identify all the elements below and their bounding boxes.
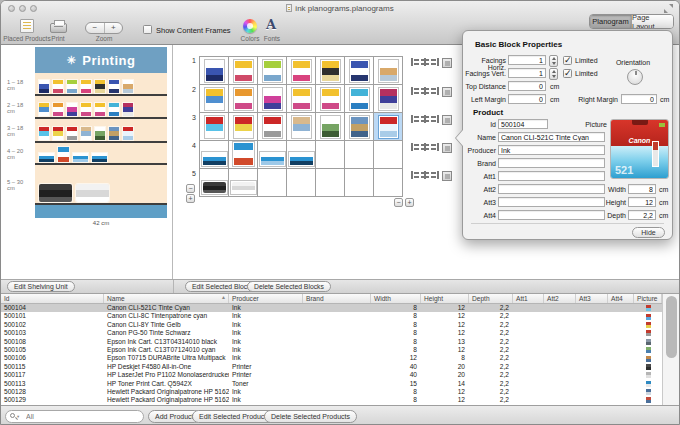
product-block[interactable] bbox=[349, 87, 370, 111]
edit-shelving-unit-button[interactable]: Edit Shelving Unit bbox=[7, 281, 75, 292]
product-block[interactable] bbox=[204, 115, 225, 139]
block-cell[interactable] bbox=[316, 141, 345, 169]
block-cell[interactable] bbox=[374, 85, 403, 113]
align-right-icon[interactable] bbox=[431, 171, 439, 179]
block-cell[interactable] bbox=[229, 169, 258, 197]
align-right-icon[interactable] bbox=[431, 143, 439, 151]
product-block[interactable] bbox=[378, 59, 399, 83]
block-cell[interactable] bbox=[200, 85, 229, 113]
product-block[interactable] bbox=[233, 115, 254, 139]
block-cell[interactable] bbox=[229, 113, 258, 141]
table-row[interactable]: 500108Epson Ink Cart. C13T04314010 black… bbox=[1, 338, 662, 346]
fonts-icon[interactable]: A bbox=[266, 17, 276, 32]
block-cell[interactable] bbox=[200, 57, 229, 85]
block-cell[interactable] bbox=[258, 141, 287, 169]
product-block[interactable] bbox=[291, 115, 312, 139]
product-block[interactable] bbox=[233, 87, 254, 111]
att4-field[interactable] bbox=[498, 210, 605, 220]
search-scope-chevron-icon[interactable]: ▾ bbox=[17, 414, 19, 419]
left-margin-field[interactable] bbox=[508, 94, 546, 104]
block-cell[interactable] bbox=[287, 57, 316, 85]
align-center-icon[interactable] bbox=[421, 171, 429, 179]
block-cell[interactable] bbox=[200, 169, 229, 197]
block-cell[interactable] bbox=[345, 113, 374, 141]
att3-field[interactable] bbox=[498, 197, 605, 207]
product-block[interactable] bbox=[291, 59, 312, 83]
column-header-height[interactable]: Height bbox=[421, 294, 469, 303]
fullscreen-icon[interactable] bbox=[664, 4, 673, 13]
view-segment-page-layout[interactable]: Page Layout bbox=[631, 15, 673, 28]
column-header-producer[interactable]: Producer bbox=[229, 294, 303, 303]
block-cell[interactable] bbox=[200, 141, 229, 169]
block-fill-icon[interactable] bbox=[442, 115, 452, 125]
scrollbar-thumb[interactable] bbox=[666, 296, 677, 358]
table-row[interactable]: 500106Epson T0715 DURABrite Ultra Multip… bbox=[1, 354, 662, 362]
limited-vertical-checkbox[interactable] bbox=[563, 69, 572, 78]
table-row[interactable]: 500103Canon PG-50 Tinte SchwarzInk8122,2 bbox=[1, 329, 662, 337]
view-segment-planogram[interactable]: Planogram bbox=[590, 15, 631, 28]
column-header-depth[interactable]: Depth bbox=[469, 294, 513, 303]
column-header-att4[interactable]: Att4 bbox=[608, 294, 634, 303]
align-right-icon[interactable] bbox=[431, 58, 439, 66]
product-block[interactable] bbox=[291, 87, 312, 111]
block-fill-icon[interactable] bbox=[442, 143, 452, 153]
product-block[interactable] bbox=[378, 115, 399, 139]
show-content-frames-checkbox[interactable] bbox=[143, 25, 152, 34]
block-cell[interactable] bbox=[316, 57, 345, 85]
product-block[interactable] bbox=[349, 115, 370, 139]
align-center-icon[interactable] bbox=[421, 115, 429, 123]
table-row[interactable]: 500115HP Deskjet F4580 All-in-OnePrinter… bbox=[1, 363, 662, 371]
block-cell[interactable] bbox=[374, 57, 403, 85]
column-header-name[interactable]: Name▲ bbox=[104, 294, 229, 303]
table-row[interactable]: 500104Canon CLI-521C Tinte CyanInk8122,2 bbox=[1, 304, 662, 312]
facings-horiz-field[interactable] bbox=[508, 55, 546, 65]
block-cell[interactable] bbox=[287, 169, 316, 197]
product-block[interactable] bbox=[320, 59, 341, 83]
block-cell[interactable] bbox=[229, 85, 258, 113]
block-cell[interactable] bbox=[374, 141, 403, 169]
align-right-icon[interactable] bbox=[431, 87, 439, 95]
product-block[interactable] bbox=[320, 115, 341, 139]
hide-button[interactable]: Hide bbox=[632, 227, 665, 238]
block-cell[interactable] bbox=[345, 141, 374, 169]
block-cell[interactable] bbox=[229, 57, 258, 85]
block-cell[interactable] bbox=[345, 169, 374, 197]
remove-column-button[interactable]: − bbox=[394, 198, 403, 207]
column-header-att1[interactable]: Att1 bbox=[513, 294, 544, 303]
table-scrollbar[interactable] bbox=[662, 294, 680, 405]
align-left-icon[interactable] bbox=[411, 143, 419, 151]
block-cell[interactable] bbox=[200, 113, 229, 141]
delete-selected-blocks-button[interactable]: Delete Selected Blocks bbox=[247, 281, 331, 292]
att1-field[interactable] bbox=[498, 171, 605, 181]
producer-field[interactable] bbox=[498, 145, 605, 155]
block-cell[interactable] bbox=[345, 85, 374, 113]
block-cell[interactable] bbox=[229, 141, 258, 169]
block-cell[interactable] bbox=[374, 169, 403, 197]
orientation-knob[interactable] bbox=[627, 69, 643, 85]
remove-shelf-button[interactable]: − bbox=[186, 184, 195, 193]
block-cell[interactable] bbox=[345, 57, 374, 85]
column-header-att3[interactable]: Att3 bbox=[576, 294, 608, 303]
height-field[interactable] bbox=[628, 197, 656, 207]
column-header-att2[interactable]: Att2 bbox=[544, 294, 576, 303]
zoom-in-button[interactable]: + bbox=[105, 23, 123, 33]
align-right-icon[interactable] bbox=[431, 115, 439, 123]
product-block[interactable] bbox=[230, 180, 257, 195]
align-left-icon[interactable] bbox=[411, 58, 419, 66]
product-block[interactable] bbox=[262, 87, 283, 111]
block-cell[interactable] bbox=[258, 85, 287, 113]
block-cell[interactable] bbox=[287, 141, 316, 169]
block-cell[interactable] bbox=[258, 57, 287, 85]
table-row[interactable]: 500102Canon CLI-8Y Tinte GelbInk8122,2 bbox=[1, 321, 662, 329]
column-header-id[interactable]: Id bbox=[1, 294, 104, 303]
depth-field[interactable] bbox=[628, 210, 656, 220]
search-input[interactable] bbox=[5, 410, 144, 423]
product-block[interactable] bbox=[204, 87, 225, 111]
align-center-icon[interactable] bbox=[421, 87, 429, 95]
product-block[interactable] bbox=[288, 151, 315, 167]
product-block[interactable] bbox=[262, 115, 283, 139]
block-cell[interactable] bbox=[258, 113, 287, 141]
align-left-icon[interactable] bbox=[411, 115, 419, 123]
block-cell[interactable] bbox=[287, 113, 316, 141]
align-center-icon[interactable] bbox=[421, 58, 429, 66]
